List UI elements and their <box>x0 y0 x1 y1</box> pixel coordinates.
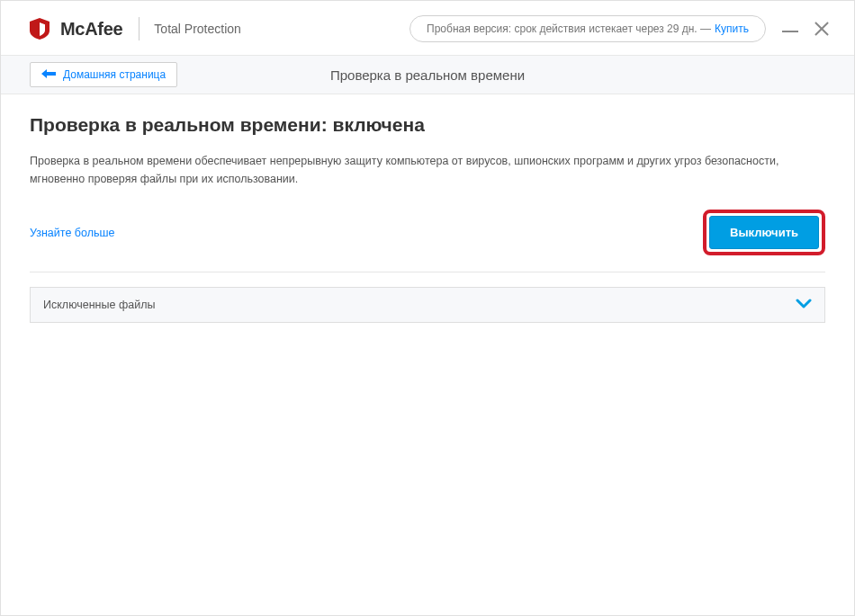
minimize-icon[interactable] <box>782 31 798 32</box>
close-icon[interactable] <box>814 22 829 36</box>
chevron-down-icon <box>796 297 812 313</box>
buy-link[interactable]: Купить <box>715 22 749 35</box>
trial-text: Пробная версия: срок действия истекает ч… <box>427 22 711 35</box>
learn-more-link[interactable]: Узнайте больше <box>30 227 114 239</box>
brand-area: McAfee Total Protection <box>30 17 241 40</box>
subheader-title: Проверка в реальном времени <box>330 67 525 83</box>
brand-separator <box>139 17 140 40</box>
header-right-controls: Пробная версия: срок действия истекает ч… <box>410 15 829 42</box>
brand-name: McAfee <box>60 19 122 40</box>
app-window: McAfee Total Protection Пробная версия: … <box>0 0 855 616</box>
excluded-files-panel[interactable]: Исключенные файлы <box>30 287 825 323</box>
mcafee-shield-icon <box>30 18 50 40</box>
action-row: Узнайте больше Выключить <box>30 210 825 272</box>
arrow-left-icon <box>41 68 56 81</box>
feature-description: Проверка в реальном времени обеспечивает… <box>30 152 822 188</box>
highlight-annotation: Выключить <box>703 210 825 255</box>
header-bar: McAfee Total Protection Пробная версия: … <box>1 1 854 55</box>
product-name: Total Protection <box>154 22 241 36</box>
main-content: Проверка в реальном времени: включена Пр… <box>1 94 854 323</box>
trial-status-pill[interactable]: Пробная версия: срок действия истекает ч… <box>410 15 766 42</box>
page-heading: Проверка в реальном времени: включена <box>30 114 825 136</box>
panel-label: Исключенные файлы <box>43 299 155 311</box>
subheader-bar: Домашняя страница Проверка в реальном вр… <box>1 55 854 94</box>
disable-button[interactable]: Выключить <box>709 216 819 249</box>
back-label: Домашняя страница <box>63 68 166 81</box>
back-home-button[interactable]: Домашняя страница <box>30 62 177 87</box>
